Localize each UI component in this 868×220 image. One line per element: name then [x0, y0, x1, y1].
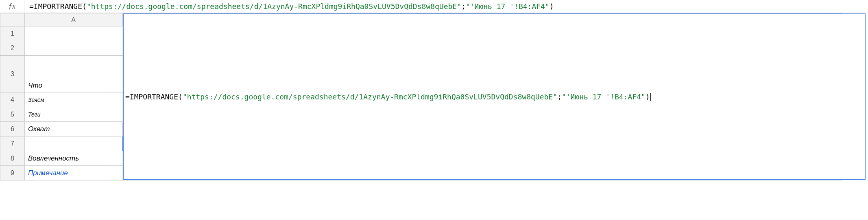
cell-A3[interactable]: Что — [25, 56, 122, 92]
cell-A7[interactable] — [25, 136, 122, 151]
cell-A1[interactable] — [25, 26, 122, 41]
spreadsheet-grid[interactable]: =IMPORTRANGE("https://docs.google.com/sp… — [0, 13, 868, 180]
col-header-A[interactable]: A — [25, 13, 122, 26]
row-header-2[interactable]: 2 — [0, 41, 25, 56]
row-header-4[interactable]: 4 — [0, 92, 25, 107]
cell-A6[interactable]: Охват — [25, 122, 122, 136]
cell-A9[interactable]: Примечание — [25, 166, 122, 180]
formula-bar: ƒx =IMPORTRANGE("https://docs.google.com… — [0, 0, 868, 13]
in-cell-formula-editor[interactable]: =IMPORTRANGE("https://docs.google.com/sp… — [123, 13, 866, 180]
text-cursor — [650, 93, 651, 101]
row-header-1[interactable]: 1 — [0, 26, 25, 41]
row-header-7[interactable]: 7 — [0, 136, 25, 151]
fx-icon[interactable]: ƒx — [0, 0, 24, 13]
cell-A8[interactable]: Вовлеченность — [25, 151, 122, 166]
row-header-9[interactable]: 9 — [0, 166, 25, 180]
row-header-3[interactable]: 3 — [0, 56, 25, 92]
cell-A5[interactable]: Теги — [25, 107, 122, 122]
select-all-corner[interactable] — [0, 13, 25, 26]
row-header-8[interactable]: 8 — [0, 151, 25, 166]
formula-input[interactable]: =IMPORTRANGE("https://docs.google.com/sp… — [24, 0, 868, 13]
cell-A4[interactable]: Зачем — [25, 92, 122, 107]
row-header-6[interactable]: 6 — [0, 122, 25, 136]
cell-A2[interactable] — [25, 41, 122, 56]
row-header-5[interactable]: 5 — [0, 107, 25, 122]
